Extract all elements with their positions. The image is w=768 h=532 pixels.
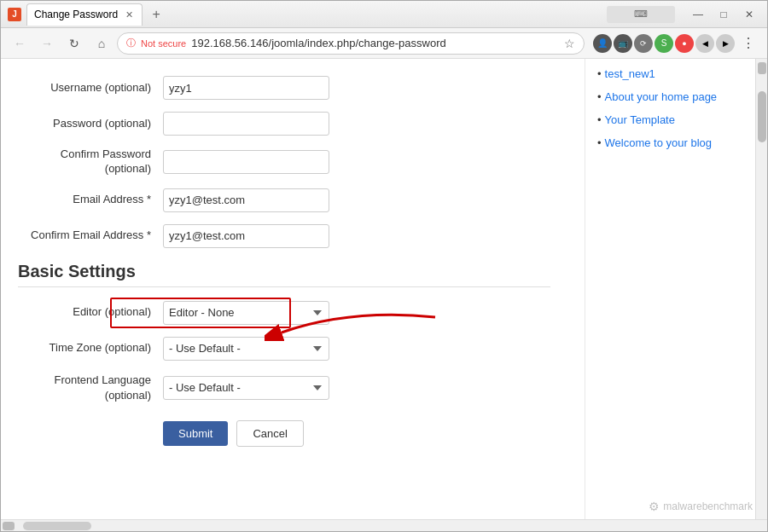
right-sidebar: • test_new1 • About your home page • You… — [585, 59, 755, 519]
new-tab-button[interactable]: + — [146, 4, 166, 25]
window-controls: ⌨ — □ ✕ — [607, 5, 760, 24]
confirm-password-row: Confirm Password (optional) — [18, 147, 550, 176]
forward-button[interactable]: → — [35, 32, 59, 55]
browser-window: J Change Password ✕ + ⌨ — □ ✕ ← → ↻ ⌂ ⓘ … — [0, 0, 768, 532]
sidebar-link-3[interactable]: Your Template — [605, 113, 675, 126]
confirm-password-input[interactable] — [163, 150, 329, 174]
scroll-up-arrow[interactable] — [758, 62, 766, 74]
editor-row-container: Editor (optional) Editor - None TinyMCE … — [18, 301, 550, 325]
h-scroll-thumb[interactable] — [23, 522, 91, 530]
green-icon[interactable]: S — [655, 34, 673, 53]
cancel-button[interactable]: Cancel — [236, 420, 303, 447]
mini-address: ⌨ — [607, 6, 675, 23]
not-secure-label: Not secure — [141, 38, 186, 49]
password-input[interactable] — [163, 112, 329, 136]
sidebar-link-4[interactable]: Welcome to your blog — [605, 136, 713, 149]
history-icon[interactable]: ⟳ — [634, 34, 653, 53]
browser-logo: J — [8, 8, 21, 21]
email-row: Email Address * — [18, 188, 550, 212]
editor-row: Editor (optional) Editor - None TinyMCE … — [18, 301, 550, 325]
username-row: Username (optional) — [18, 76, 550, 100]
security-icon: ⓘ — [126, 37, 136, 49]
maximize-button[interactable]: □ — [713, 5, 735, 24]
minimize-button[interactable]: — — [687, 5, 709, 24]
username-input[interactable] — [163, 76, 329, 100]
timezone-select[interactable]: - Use Default - — [163, 337, 329, 361]
scroll-left-arrow[interactable] — [3, 522, 15, 530]
confirm-email-row: Confirm Email Address * — [18, 224, 550, 248]
email-input[interactable] — [163, 188, 329, 212]
sidebar-link-2[interactable]: About your home page — [605, 90, 718, 103]
tab-label: Change Password — [34, 9, 118, 20]
scroll-thumb[interactable] — [758, 91, 766, 142]
language-select[interactable]: - Use Default - — [163, 376, 329, 400]
password-row: Password (optional) — [18, 112, 550, 136]
address-text: 192.168.56.146/joomla/index.php/change-p… — [191, 37, 559, 49]
reload-button[interactable]: ↻ — [62, 32, 86, 55]
confirm-email-label: Confirm Email Address * — [18, 228, 163, 243]
gray-icon-1[interactable]: ◀ — [695, 34, 714, 53]
profile-icon[interactable]: 👤 — [593, 34, 612, 53]
confirm-password-label: Confirm Password (optional) — [18, 147, 163, 176]
tab-close-button[interactable]: ✕ — [123, 9, 135, 20]
password-label: Password (optional) — [18, 117, 163, 131]
bookmark-icon[interactable]: ☆ — [564, 37, 575, 50]
email-label: Email Address * — [18, 193, 163, 207]
sidebar-item-3: • Your Template — [597, 113, 743, 131]
sidebar-link-1[interactable]: test_new1 — [605, 67, 655, 80]
address-bar[interactable]: ⓘ Not secure 192.168.56.146/joomla/index… — [117, 32, 585, 55]
browser-tab[interactable]: Change Password ✕ — [26, 3, 143, 26]
menu-button[interactable]: ⋮ — [736, 32, 760, 55]
basic-settings-header: Basic Settings — [18, 262, 550, 287]
timezone-label: Time Zone (optional) — [18, 341, 163, 356]
editor-label: Editor (optional) — [18, 305, 163, 320]
page-content: Username (optional) Password (optional) … — [1, 59, 585, 519]
gray-icon-2[interactable]: ▶ — [716, 34, 735, 53]
nav-right-icons: 👤 📺 ⟳ S ● ◀ ▶ ⋮ — [593, 32, 760, 55]
nav-bar: ← → ↻ ⌂ ⓘ Not secure 192.168.56.146/joom… — [1, 28, 767, 59]
main-area: Username (optional) Password (optional) … — [1, 59, 767, 519]
language-row: Frontend Language (optional) - Use Defau… — [18, 373, 550, 403]
username-label: Username (optional) — [18, 81, 163, 95]
vertical-scrollbar[interactable] — [755, 59, 767, 519]
cast-icon[interactable]: 📺 — [614, 34, 632, 53]
horizontal-scrollbar[interactable] — [1, 519, 767, 531]
home-button[interactable]: ⌂ — [90, 32, 113, 55]
sidebar-item-1: • test_new1 — [597, 67, 743, 85]
language-label: Frontend Language (optional) — [18, 373, 163, 403]
back-button[interactable]: ← — [8, 32, 32, 55]
red-icon[interactable]: ● — [675, 34, 694, 53]
confirm-email-input[interactable] — [163, 224, 329, 248]
sidebar-item-4: • Welcome to your blog — [597, 136, 743, 154]
form-buttons: Submit Cancel — [163, 420, 550, 447]
title-bar: J Change Password ✕ + ⌨ — □ ✕ — [1, 1, 767, 28]
editor-select[interactable]: Editor - None TinyMCE CodeMirror None — [163, 301, 329, 325]
close-button[interactable]: ✕ — [738, 5, 760, 24]
timezone-row: Time Zone (optional) - Use Default - — [18, 337, 550, 361]
sidebar-item-2: • About your home page — [597, 90, 743, 108]
submit-button[interactable]: Submit — [163, 421, 228, 446]
